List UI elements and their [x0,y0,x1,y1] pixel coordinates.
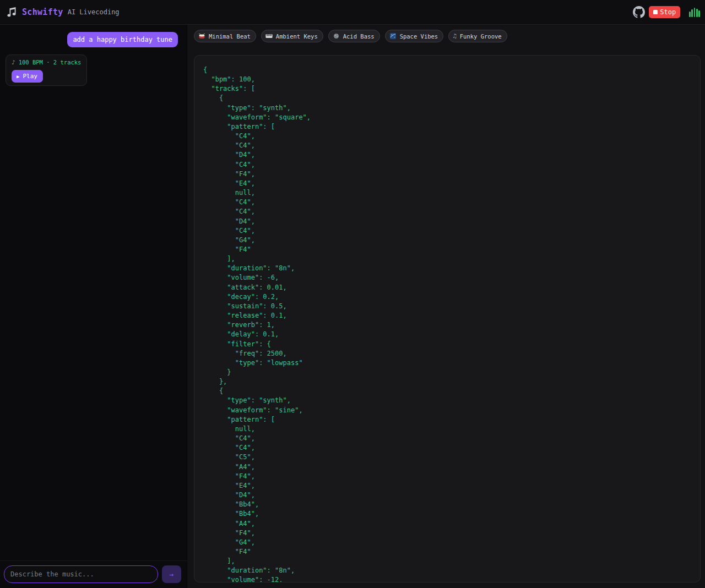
code-panel[interactable]: { "bpm": 100, "tracks": [ { "type": "syn… [194,55,701,582]
stop-button[interactable]: Stop [649,6,680,18]
github-icon[interactable] [633,6,645,18]
preset-label: Acid Bass [343,33,375,40]
stop-label: Stop [660,8,676,16]
main-content: Minimal Beat Ambient Keys [187,25,705,588]
track-info-line: ♪ 100 BPM · 2 tracks [12,59,81,66]
preset-ambient-keys[interactable]: Ambient Keys [261,30,323,42]
preset-chips: Minimal Beat Ambient Keys [194,30,701,42]
music-note-icon: ♪ [12,59,15,66]
header: Schwifty AI Livecoding Stop [0,0,705,25]
acid-icon [333,32,340,40]
play-button[interactable]: ▶ Play [12,70,43,83]
preset-acid-bass[interactable]: Acid Bass [328,30,380,42]
piano-icon [265,32,273,40]
play-icon: ▶ [17,74,19,79]
drum-icon [198,32,205,40]
music-note-icon [7,7,17,18]
assistant-message-card: ♪ 100 BPM · 2 tracks ▶ Play [6,55,87,86]
music-prompt-input[interactable] [4,565,158,583]
space-icon [389,32,397,40]
app-subtitle: AI Livecoding [68,8,120,16]
preset-space-vibes[interactable]: Space Vibes [385,30,444,42]
code-block: { "bpm": 100, "tracks": [ { "type": "syn… [203,66,691,582]
user-message: add a happy birthday tune [67,32,178,47]
music-notes-icon: ♫ [453,32,457,40]
chat-sidebar: add a happy birthday tune ♪ 100 BPM · 2 … [0,25,187,588]
preset-label: Funky Groove [460,33,502,40]
send-button[interactable]: → [162,565,181,583]
track-info: 100 BPM · 2 tracks [19,59,82,66]
chat-input-row: → [0,560,187,588]
audio-visualizer-icon [689,8,700,17]
play-label: Play [23,73,37,80]
stop-icon [653,10,658,14]
chat-messages: add a happy birthday tune ♪ 100 BPM · 2 … [0,25,187,560]
preset-label: Space Vibes [400,33,438,40]
preset-funky-groove[interactable]: ♫ Funky Groove [448,30,507,42]
preset-label: Minimal Beat [209,33,251,40]
header-actions: Stop [633,6,700,18]
app-title: Schwifty [22,7,63,17]
preset-minimal-beat[interactable]: Minimal Beat [194,30,256,42]
preset-label: Ambient Keys [276,33,318,40]
